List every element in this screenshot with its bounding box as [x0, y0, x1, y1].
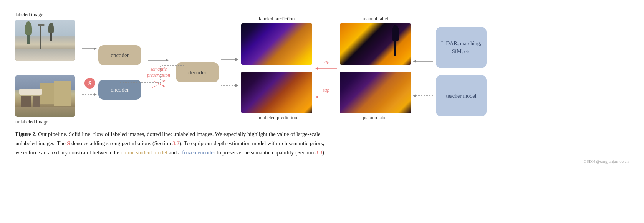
sup-label-bottom: sup [323, 87, 329, 93]
semantic-preservation-label: semanticpreservation [147, 66, 170, 78]
svg-marker-13 [315, 67, 318, 70]
predictions-column: labeled prediction unlabeled prediction [241, 16, 312, 121]
svg-marker-17 [413, 60, 416, 63]
sup-arrows-column: sup sup [315, 36, 338, 100]
manual-label-image [340, 23, 411, 65]
unlabeled-image [15, 75, 75, 117]
pseudo-label-title: pseudo label [363, 115, 388, 121]
labeled-image [15, 20, 75, 61]
dashed-arrow-dec-pred [221, 82, 239, 89]
caption-text-7: to preserve the semantic capability (Sec… [215, 149, 316, 156]
right-arrows-column [413, 35, 434, 101]
caption-online-student: online student model [121, 149, 167, 156]
watermark: CSDN @tangjunjun-owen [12, 159, 632, 164]
caption-frozen-encoder: frozen encoder [182, 149, 215, 156]
right-dashed-arrow [413, 92, 434, 100]
caption-ref1: 3.2 [172, 140, 179, 146]
caption-text-2: unlabeled images. The [15, 140, 67, 146]
dashed-arrow-1 [82, 91, 98, 98]
svg-marker-15 [315, 95, 318, 98]
caption-text-3: denotes adding strong perturbations (Sec… [70, 140, 172, 146]
encoder-top-box: encoder [98, 45, 141, 65]
info-boxes-column: LiDAR, matching, SfM, etc teacher model [436, 20, 487, 116]
figure-label: Figure 2. [15, 131, 36, 137]
input-column: labeled image [15, 11, 81, 125]
decoder-column: decoder [176, 62, 219, 82]
pseudo-label-image [340, 72, 411, 113]
solid-arrow-enc-dec [148, 56, 169, 64]
lidar-box: LiDAR, matching, SfM, etc [436, 27, 487, 68]
caption-text-8: ). [322, 149, 325, 156]
svg-marker-19 [413, 94, 416, 97]
unlabeled-prediction-label: unlabeled prediction [256, 115, 297, 121]
labels-column: manual label pseudo label [340, 16, 411, 121]
s-perturbation-circle: S [84, 78, 95, 89]
right-solid-arrow [413, 57, 434, 65]
svg-marker-1 [94, 47, 97, 50]
svg-marker-5 [166, 59, 169, 62]
semantic-arrows-svg [147, 79, 170, 89]
unlabeled-image-label: unlabeled image [15, 119, 48, 125]
input-to-encoder-arrows: S [82, 36, 98, 100]
sup-arrow-bottom [315, 94, 338, 100]
caption-text: Figure 2. Our pipeline. Solid line: flow… [15, 130, 629, 157]
teacher-model-box: teacher model [436, 75, 487, 116]
svg-marker-9 [235, 58, 238, 61]
labeled-image-label: labeled image [15, 11, 43, 18]
diagram-wrapper: labeled image [12, 8, 632, 127]
encoder-bottom-box: encoder [98, 80, 141, 100]
labeled-prediction-label: labeled prediction [259, 16, 295, 22]
svg-marker-11 [235, 84, 238, 87]
manual-label-title: manual label [363, 16, 388, 22]
labeled-prediction-image [241, 23, 312, 65]
encoders-column: encoder encoder [98, 45, 141, 100]
encoder-decoder-section: semanticpreservation [143, 48, 174, 89]
caption-text-6: and a [167, 149, 182, 156]
caption-text-1: Our pipeline. Solid line: flow of labele… [36, 131, 320, 137]
decoder-box: decoder [176, 62, 219, 82]
caption-text-4: ). To equip our depth estimation model w… [179, 140, 324, 146]
unlabeled-prediction-image [241, 72, 312, 113]
solid-arrow-1 [82, 45, 98, 52]
sup-label-top: sup [323, 59, 329, 65]
svg-marker-3 [94, 93, 97, 96]
caption-container: Figure 2. Our pipeline. Solid line: flow… [12, 130, 632, 157]
dec-pred-arrows [221, 56, 239, 89]
caption-ref2: 3.3 [315, 149, 322, 156]
caption-text-5: we enforce an auxiliary constraint betwe… [15, 149, 121, 156]
solid-arrow-dec-pred [221, 56, 239, 63]
sup-arrow-top [315, 66, 338, 72]
